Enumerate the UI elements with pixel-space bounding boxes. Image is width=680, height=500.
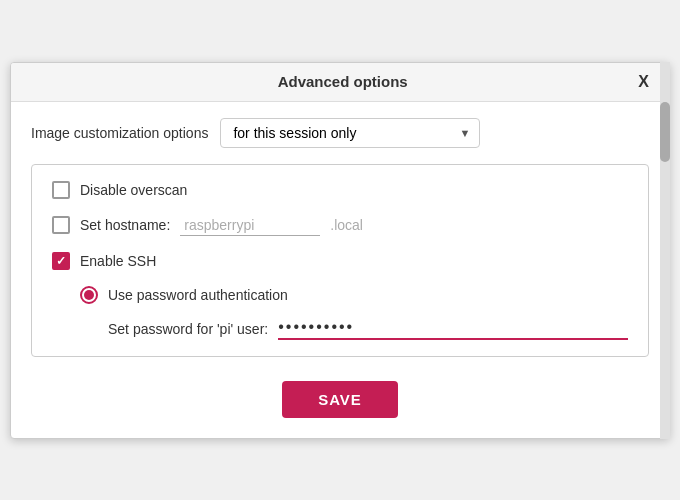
password-label: Set password for 'pi' user: <box>108 321 268 337</box>
save-button[interactable]: SAVE <box>282 381 398 418</box>
password-input[interactable] <box>278 318 628 336</box>
dialog-title: Advanced options <box>51 73 634 90</box>
ssh-auth-label: Use password authentication <box>108 287 288 303</box>
disable-overscan-label: Disable overscan <box>80 182 187 198</box>
set-hostname-row: Set hostname: .local <box>52 215 628 236</box>
enable-ssh-checkbox[interactable] <box>52 252 70 270</box>
dialog-body: Image customization options for this ses… <box>11 102 669 438</box>
dialog-header: Advanced options X <box>11 63 669 102</box>
session-select[interactable]: for this session only to always use no, … <box>220 118 480 148</box>
ssh-auth-radio[interactable] <box>80 286 98 304</box>
save-row: SAVE <box>31 373 649 422</box>
scrollbar-thumb[interactable] <box>660 102 670 162</box>
hostname-input[interactable] <box>180 215 320 236</box>
hostname-suffix: .local <box>330 217 363 233</box>
scrollbar[interactable] <box>660 62 670 439</box>
session-label: Image customization options <box>31 125 208 141</box>
password-row: Set password for 'pi' user: <box>108 318 628 340</box>
enable-ssh-row: Enable SSH <box>52 252 628 270</box>
ssh-auth-row: Use password authentication <box>80 286 628 304</box>
enable-ssh-label: Enable SSH <box>80 253 156 269</box>
options-box: Disable overscan Set hostname: .local En… <box>31 164 649 357</box>
set-hostname-label: Set hostname: <box>80 217 170 233</box>
close-button[interactable]: X <box>634 73 653 91</box>
session-row: Image customization options for this ses… <box>31 118 649 148</box>
disable-overscan-checkbox[interactable] <box>52 181 70 199</box>
session-select-wrapper[interactable]: for this session only to always use no, … <box>220 118 480 148</box>
set-hostname-checkbox[interactable] <box>52 216 70 234</box>
disable-overscan-row: Disable overscan <box>52 181 628 199</box>
password-input-wrapper <box>278 318 628 340</box>
ssh-options: Use password authentication Set password… <box>80 286 628 340</box>
